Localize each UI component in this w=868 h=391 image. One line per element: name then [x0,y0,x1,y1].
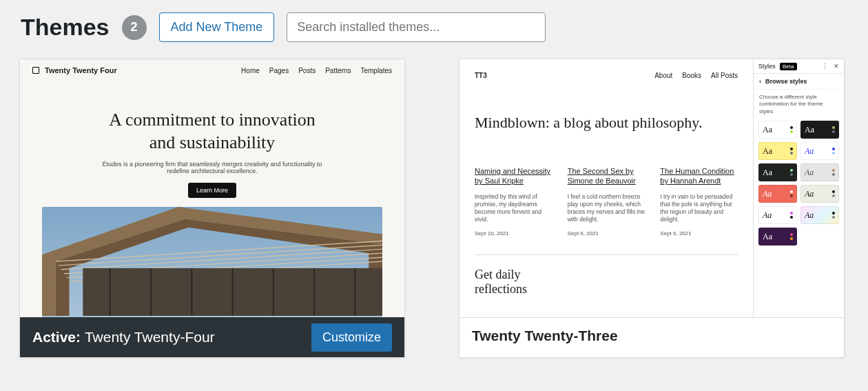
nav-item: Home [241,67,260,74]
close-icon: ✕ [834,63,839,70]
nav-item: About [654,72,672,79]
theme-count-badge: 2 [122,15,147,40]
theme-screenshot: TT3 About Books All Posts Mindblown: a b… [459,59,844,317]
nav-item: Templates [360,67,392,74]
customize-button[interactable]: Customize [311,323,392,352]
style-swatch: Aa [800,163,839,181]
style-swatch: Aa [800,142,839,160]
post-excerpt: The Human Condition by Hannah Arendt I t… [660,166,738,237]
styles-panel-description: Choose a different style combination for… [754,90,844,118]
styles-panel: Styles Beta ⋮ ✕ ‹ Browse styles Choose a… [753,59,844,317]
nav-item: Books [682,72,701,79]
site-title: TT3 [475,72,487,79]
style-swatch: Aa [758,163,797,181]
style-swatch-grid: AaAaAaAaAaAaAaAaAaAaAa [754,118,844,248]
nav-item: All Posts [711,72,738,79]
theme-screenshot: Twenty Twenty Four Home Pages Posts Patt… [20,59,404,317]
site-title: Twenty Twenty Four [45,66,117,74]
more-icon: ⋮ [822,63,828,70]
theme-name: Twenty Twenty-Three [472,328,618,344]
add-new-theme-button[interactable]: Add New Theme [159,12,275,42]
style-swatch: Aa [758,121,797,139]
style-swatch: Aa [800,121,839,139]
post-excerpt: Naming and Necessity by Saul Kripke Insp… [475,166,552,237]
site-nav: Home Pages Posts Patterns Templates [241,67,392,74]
back-icon: ‹ [759,78,761,85]
theme-card-twenty-twenty-four[interactable]: Twenty Twenty Four Home Pages Posts Patt… [19,59,405,358]
cta-heading: Get dailyreflections [475,268,738,297]
style-swatch: Aa [758,142,797,160]
nav-item: Posts [298,67,316,74]
page-title: Themes [21,14,110,41]
browse-styles-label: Browse styles [765,78,807,85]
learn-more-button: Learn More [188,183,236,198]
styles-panel-title: Styles [758,63,776,70]
site-nav: About Books All Posts [654,72,738,79]
search-input[interactable] [287,12,546,42]
hero-image [42,207,382,317]
style-swatch: Aa [758,206,797,224]
site-logo-icon [32,67,39,74]
nav-item: Patterns [325,67,351,74]
hero-section: A commitment to innovationand sustainabi… [20,109,404,198]
nav-item: Pages [269,67,289,74]
theme-name: Active: Twenty Twenty-Four [32,329,215,345]
style-swatch: Aa [800,206,839,224]
style-swatch: Aa [800,185,839,203]
blog-headline: Mindblown: a blog about philosophy. [475,114,738,132]
post-excerpt: The Second Sex by Simone de Beauvoir I f… [568,166,645,237]
beta-badge: Beta [780,63,796,70]
theme-card-twenty-twenty-three[interactable]: TT3 About Books All Posts Mindblown: a b… [459,59,845,358]
style-swatch: Aa [758,185,797,203]
style-swatch: Aa [758,228,797,245]
